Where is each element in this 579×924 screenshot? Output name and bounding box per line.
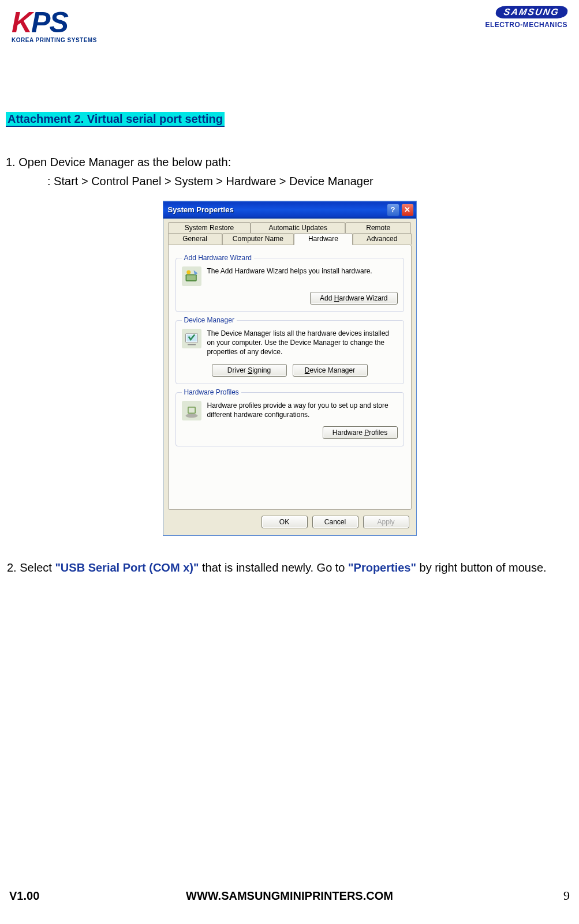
dialog-button-row: OK Cancel Apply bbox=[163, 510, 416, 535]
system-properties-screenshot: System Properties ? ✕ System Restore Aut… bbox=[6, 201, 573, 536]
hardware-profiles-button[interactable]: Hardware Profiles bbox=[323, 426, 398, 439]
samsung-wordmark: SAMSUNG bbox=[495, 6, 569, 18]
attachment-title: Attachment 2. Virtual serial port settin… bbox=[6, 112, 573, 126]
tab-remote[interactable]: Remote bbox=[345, 222, 411, 234]
group-legend: Device Manager bbox=[182, 316, 237, 324]
tab-automatic-updates[interactable]: Automatic Updates bbox=[251, 222, 345, 234]
kps-logo: K P S KOREA PRINTING SYSTEMS bbox=[12, 6, 115, 43]
page-footer: V1.00 WWW.SAMSUNGMINIPRINTERS.COM 9 bbox=[0, 888, 579, 903]
kps-logo-subtitle: KOREA PRINTING SYSTEMS bbox=[12, 37, 115, 43]
page-number: 9 bbox=[563, 888, 570, 903]
cancel-button[interactable]: Cancel bbox=[312, 516, 358, 528]
logo-letter-p: P bbox=[31, 6, 49, 39]
samsung-subtitle: ELECTRO-MECHANICS bbox=[485, 21, 568, 29]
samsung-logo: SAMSUNG ELECTRO-MECHANICS bbox=[485, 6, 568, 29]
device-manager-group: Device Manager The Device Manager lists … bbox=[175, 320, 404, 384]
hardware-profiles-group: Hardware Profiles Hardware profiles prov… bbox=[175, 392, 404, 446]
add-hardware-wizard-group: Add Hardware Wizard The Add Hardware Wiz… bbox=[175, 258, 404, 312]
tab-hardware[interactable]: Hardware bbox=[294, 233, 353, 245]
hardware-tab-content: Add Hardware Wizard The Add Hardware Wiz… bbox=[168, 245, 412, 510]
svg-rect-1 bbox=[186, 275, 196, 280]
version-label: V1.00 bbox=[9, 889, 39, 903]
step-2-text: 2. Select "USB Serial Port (COM x)" that… bbox=[6, 561, 573, 574]
group-text: The Add Hardware Wizard helps you instal… bbox=[207, 266, 398, 276]
step-1-text: 1. Open Device Manager as the below path… bbox=[6, 156, 573, 169]
svg-rect-7 bbox=[188, 407, 195, 412]
tab-general[interactable]: General bbox=[168, 233, 222, 245]
group-legend: Hardware Profiles bbox=[182, 388, 241, 396]
driver-signing-button[interactable]: Driver Signing bbox=[212, 364, 287, 377]
dialog-tabs: System Restore Automatic Updates Remote … bbox=[163, 219, 416, 510]
device-manager-icon bbox=[182, 329, 201, 348]
group-text: The Device Manager lists all the hardwar… bbox=[207, 329, 398, 357]
footer-url: WWW.SAMSUNGMINIPRINTERS.COM bbox=[186, 889, 393, 903]
logo-letter-k: K bbox=[12, 6, 31, 39]
dialog-title: System Properties bbox=[168, 205, 234, 214]
usb-serial-port-text: "USB Serial Port (COM x)" bbox=[55, 561, 199, 574]
logo-letter-s: S bbox=[49, 6, 67, 39]
help-button[interactable]: ? bbox=[387, 204, 399, 216]
apply-button[interactable]: Apply bbox=[363, 516, 409, 528]
system-properties-dialog: System Properties ? ✕ System Restore Aut… bbox=[163, 201, 417, 536]
tab-computer-name[interactable]: Computer Name bbox=[222, 233, 294, 245]
hardware-profiles-icon bbox=[182, 401, 201, 420]
close-button[interactable]: ✕ bbox=[401, 204, 414, 216]
svg-point-5 bbox=[185, 414, 197, 418]
properties-text: "Properties" bbox=[348, 561, 416, 574]
document-header: K P S KOREA PRINTING SYSTEMS SAMSUNG ELE… bbox=[6, 0, 573, 43]
svg-point-2 bbox=[186, 271, 190, 275]
group-legend: Add Hardware Wizard bbox=[182, 254, 254, 262]
device-manager-button[interactable]: Device Manager bbox=[293, 364, 368, 377]
step-1-path: : Start > Control Panel > System > Hardw… bbox=[47, 175, 573, 188]
add-hardware-wizard-button[interactable]: Add Hardware Wizard bbox=[310, 292, 397, 305]
tab-system-restore[interactable]: System Restore bbox=[168, 222, 251, 234]
group-text: Hardware profiles provide a way for you … bbox=[207, 401, 398, 419]
dialog-titlebar: System Properties ? ✕ bbox=[163, 201, 416, 219]
hardware-wizard-icon bbox=[182, 266, 201, 286]
ok-button[interactable]: OK bbox=[262, 516, 308, 528]
tab-advanced[interactable]: Advanced bbox=[353, 233, 412, 245]
